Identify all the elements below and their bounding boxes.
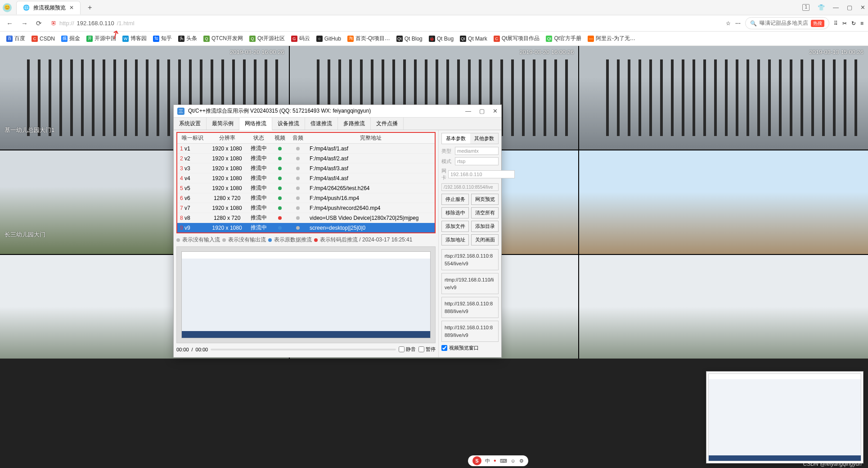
timestamp: 2019-03-20 16:00:26 (230, 49, 284, 55)
reload-icon[interactable]: ⟳ (34, 18, 44, 28)
emoji-icon[interactable]: ☺ (511, 458, 516, 463)
camera-tile[interactable] (579, 150, 868, 254)
app-tab[interactable]: 多路推流 (338, 118, 371, 130)
thumbnail-window[interactable] (706, 371, 864, 463)
bookmark-item[interactable]: 知知乎 (153, 35, 172, 42)
bookmark-item[interactable]: G码云 (291, 35, 310, 42)
bookmark-icon: 掘 (61, 36, 67, 42)
menu-icon[interactable]: ≡ (860, 20, 864, 27)
table-row[interactable]: 4 v41920 x 1080推流中F:/mp4/asf/4.asf (177, 173, 435, 183)
table-row[interactable]: 5 v51920 x 1080推流中F:/mp4/264265/test.h26… (177, 183, 435, 193)
bookmark-item[interactable]: 淘首页-Qt项目… (347, 35, 390, 42)
extension-icon[interactable]: 👕 (818, 4, 825, 11)
new-tab-button[interactable]: + (84, 2, 95, 14)
ime-bar[interactable]: S 中 • ⌨ ☺ ⚙ (468, 455, 528, 466)
keyboard-icon[interactable]: ⌨ (500, 458, 507, 464)
camera-tile[interactable]: 2019-03-13 15:00:26 (579, 46, 868, 150)
address-bar[interactable]: ⛨ http://192.168.0.110/1.html (48, 18, 476, 28)
bookmark-item[interactable]: 开开源中国 (86, 35, 116, 42)
bookmark-item[interactable]: 🐞Qt Bug (429, 36, 454, 42)
gear-icon[interactable]: ⚙ (519, 458, 524, 464)
action-button[interactable]: 添加目录 (471, 221, 499, 232)
action-button[interactable]: 关闭画面 (471, 234, 499, 245)
bookmark-item[interactable]: QtQt Mark (460, 36, 487, 42)
table-row[interactable]: 1 v11920 x 1080推流中F:/mp4/asf/1.asf (177, 144, 435, 154)
bookmark-icon: ○ (316, 36, 323, 42)
bookmark-item[interactable]: W博客园 (122, 35, 147, 42)
table-row[interactable]: 9 v91920 x 1080推流中screen=desktop||25|0|0 (177, 223, 435, 233)
close-window-icon[interactable]: ✕ (860, 4, 865, 11)
table-row[interactable]: 8 v81280 x 720推流中video=USB Video Device|… (177, 213, 435, 223)
camera-tile[interactable] (579, 255, 868, 359)
mode-select[interactable]: rtsp (455, 157, 499, 165)
apps-icon[interactable]: ⠿ (834, 20, 838, 27)
param-tab[interactable]: 其他参数 (470, 133, 499, 144)
bookmark-item[interactable]: CQt展写项目作品 (494, 35, 540, 42)
param-tab[interactable]: 基本参数 (442, 133, 470, 144)
close-icon[interactable]: ✕ (69, 5, 74, 11)
bookmark-item[interactable]: CCSDN (31, 36, 55, 42)
bookmark-icon: 百 (6, 36, 13, 42)
preview-window-checkbox[interactable]: 视频预览窗口 (441, 345, 499, 351)
app-maximize-icon[interactable]: ▢ (479, 108, 485, 114)
app-tab[interactable]: 网络推流 (239, 118, 272, 130)
url-box[interactable]: rtsp://192.168.0.110:8554/live/v9 (441, 249, 499, 270)
table-row[interactable]: 7 v71920 x 1080推流中F:/mp4/push/record2640… (177, 203, 435, 213)
preview-area (176, 246, 436, 343)
type-select[interactable]: mediamtx (455, 147, 499, 155)
mute-checkbox[interactable]: 静音 (399, 346, 416, 353)
app-tab[interactable]: 文件点播 (371, 118, 404, 130)
shield-icon: ⛨ (51, 20, 57, 27)
pause-checkbox[interactable]: 暂停 (418, 346, 436, 353)
bookmark-icon: Qt (396, 36, 403, 42)
star-icon[interactable]: ☆ (726, 20, 731, 27)
action-button[interactable]: 添加地址 (441, 234, 469, 245)
action-button[interactable]: 网页预览 (471, 194, 499, 205)
bookmark-icon: Qt (460, 36, 466, 42)
net-input[interactable] (448, 170, 515, 178)
app-tab[interactable]: 最简示例 (207, 118, 239, 130)
url-box[interactable]: rtmp://192.168.0.110/live/v9 (441, 273, 499, 294)
url-path: /1.html (117, 20, 135, 27)
bookmark-item[interactable]: ○GitHub (316, 36, 341, 42)
app-tab[interactable]: 系统设置 (174, 118, 207, 130)
bookmark-item[interactable]: 头头条 (178, 35, 197, 42)
camera-label: 长三幼儿园大门 (4, 231, 45, 239)
action-button[interactable]: 停止服务 (441, 194, 469, 205)
app-close-icon[interactable]: ✕ (493, 108, 498, 114)
action-button[interactable]: 清空所有 (471, 207, 499, 218)
cut-icon[interactable]: ✂ (842, 20, 847, 27)
bookmark-item[interactable]: QQTCN开发网 (203, 35, 243, 42)
search-box[interactable]: 🔍 曝满记甜品多地关店 热搜 (745, 17, 829, 29)
table-row[interactable]: 6 v61280 x 720推流中F:/mp4/push/16.mp4 (177, 193, 435, 203)
action-button[interactable]: 移除选中 (441, 207, 469, 218)
action-button[interactable]: 添加文件 (441, 221, 469, 232)
bookmark-item[interactable]: QtQt官方手册 (546, 35, 581, 42)
winbadge[interactable]: 1 (802, 4, 810, 11)
table-row[interactable]: 3 v31920 x 1080推流中F:/mp4/asf/3.asf (177, 164, 435, 173)
table-row[interactable]: 2 v21920 x 1080推流中F:/mp4/asf/2.asf (177, 154, 435, 164)
bookmark-item[interactable]: QQt开源社区 (249, 35, 285, 42)
app-tab[interactable]: 倍速推流 (305, 118, 338, 130)
forward-icon[interactable]: → (19, 18, 30, 28)
history-icon[interactable]: ↻ (851, 20, 856, 27)
bookmark-item[interactable]: 百百度 (6, 35, 25, 42)
bookmark-item[interactable]: QtQt Blog (396, 36, 423, 42)
maximize-icon[interactable]: ▢ (847, 4, 852, 11)
more-icon[interactable]: ⋯ (735, 20, 741, 27)
bookmark-icon: W (122, 36, 129, 42)
bookmark-item[interactable]: 掘掘金 (61, 35, 80, 42)
app-minimize-icon[interactable]: — (465, 108, 471, 114)
minimize-icon[interactable]: — (833, 4, 839, 11)
browser-tab[interactable]: 🌐 推流视频预览 ✕ (16, 1, 81, 14)
url-host: 192.168.0.110 (77, 20, 114, 27)
bookmark-icon: 开 (86, 36, 93, 42)
back-icon[interactable]: ← (4, 18, 15, 28)
bookmark-item[interactable]: —阿里云-为了无… (588, 35, 635, 42)
watermark: CSDN @feiyangqingyun (803, 461, 862, 467)
app-tab[interactable]: 设备推流 (272, 118, 305, 130)
bookmark-icon: 知 (153, 36, 159, 42)
url-box[interactable]: http://192.168.0.110:8889/live/v9 (441, 321, 499, 342)
url-box[interactable]: http://192.168.0.110:8888/live/v9 (441, 297, 499, 318)
seek-slider[interactable] (211, 349, 396, 350)
